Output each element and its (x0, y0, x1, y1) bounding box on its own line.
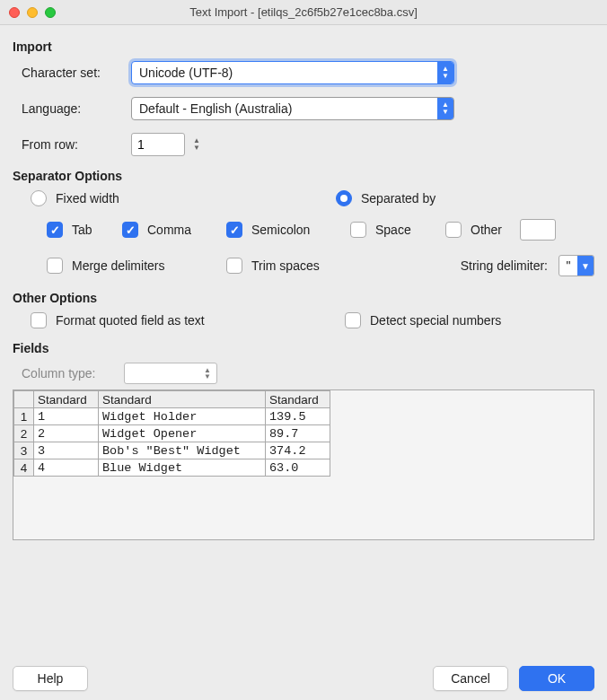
window-titlebar: Text Import - [etilqs_2c6f5b27e1cec8ba.c… (0, 0, 607, 25)
merge-delimiters-checkbox[interactable] (47, 258, 63, 274)
table-row: 4 4 Blue Widget 63.0 (14, 459, 330, 477)
cell: 3 (34, 442, 99, 459)
space-label: Space (375, 223, 411, 237)
corner-cell (14, 391, 34, 408)
column-header[interactable]: Standard (34, 391, 99, 408)
column-header[interactable]: Standard (266, 391, 330, 408)
from-row-stepper[interactable]: ▲▼ (190, 135, 203, 154)
column-header[interactable]: Standard (99, 391, 266, 408)
comma-checkbox[interactable] (122, 222, 138, 238)
other-delimiter-input[interactable] (520, 219, 556, 241)
detect-numbers-checkbox[interactable] (345, 312, 361, 328)
trim-spaces-label: Trim spaces (251, 258, 320, 273)
fields-preview[interactable]: Standard Standard Standard 1 1 Widget Ho… (13, 389, 594, 540)
help-button[interactable]: Help (13, 666, 88, 691)
other-label: Other (471, 223, 502, 237)
charset-label: Character set: (13, 66, 131, 80)
merge-delimiters-label: Merge delimiters (72, 258, 164, 273)
cell: Widget Holder (99, 408, 266, 425)
column-type-label: Column type: (13, 366, 124, 381)
table-row: 2 2 Widget Opener 89.7 (14, 425, 330, 442)
tab-checkbox[interactable] (47, 222, 63, 238)
other-options-heading: Other Options (13, 291, 594, 305)
other-checkbox[interactable] (445, 222, 462, 238)
separated-by-radio[interactable] (336, 190, 352, 206)
combo-arrows-icon: ▲▼ (201, 367, 214, 380)
cell: Bob's "Best" Widget (99, 442, 266, 459)
language-label: Language: (13, 101, 131, 116)
cell: Blue Widget (99, 459, 266, 477)
table-header-row: Standard Standard Standard (14, 391, 330, 408)
row-number: 1 (14, 408, 34, 425)
separator-heading: Separator Options (13, 169, 594, 183)
table-row: 1 1 Widget Holder 139.5 (14, 408, 330, 425)
fixed-width-radio[interactable] (31, 190, 47, 206)
cell: 63.0 (266, 459, 330, 477)
string-delimiter-combo[interactable]: " ▼ (559, 255, 594, 276)
fields-heading: Fields (13, 341, 594, 355)
language-combo[interactable]: Default - English (Australia) ▲▼ (131, 97, 454, 120)
table-row: 3 3 Bob's "Best" Widget 374.2 (14, 442, 330, 459)
cell: 89.7 (266, 425, 330, 442)
quoted-text-checkbox[interactable] (31, 312, 47, 328)
fixed-width-label: Fixed width (56, 191, 119, 206)
trim-spaces-checkbox[interactable] (226, 258, 242, 274)
cell: 1 (34, 408, 99, 425)
row-number: 4 (14, 459, 34, 477)
semicolon-label: Semicolon (251, 223, 310, 237)
comma-label: Comma (147, 223, 191, 237)
charset-value: Unicode (UTF-8) (139, 66, 233, 80)
cell: Widget Opener (99, 425, 266, 442)
detect-numbers-label: Detect special numbers (370, 313, 501, 328)
string-delimiter-label: String delimiter: (461, 258, 548, 273)
from-row-input[interactable] (131, 133, 185, 156)
separated-by-label: Separated by (361, 191, 435, 206)
cell: 2 (34, 425, 99, 442)
cell: 374.2 (266, 442, 330, 459)
column-type-combo[interactable]: ▲▼ (124, 363, 217, 384)
space-checkbox[interactable] (350, 222, 366, 238)
combo-arrows-icon: ▲▼ (437, 98, 453, 119)
combo-arrows-icon: ▲▼ (437, 62, 453, 83)
from-row-label: From row: (13, 137, 131, 152)
semicolon-checkbox[interactable] (226, 222, 242, 238)
cell: 4 (34, 459, 99, 477)
preview-table: Standard Standard Standard 1 1 Widget Ho… (13, 390, 330, 477)
cancel-button[interactable]: Cancel (433, 666, 508, 691)
ok-button[interactable]: OK (519, 666, 594, 691)
row-number: 3 (14, 442, 34, 459)
chevron-down-icon: ▼ (577, 255, 594, 276)
row-number: 2 (14, 425, 34, 442)
import-heading: Import (13, 39, 594, 54)
cell: 139.5 (266, 408, 330, 425)
language-value: Default - English (Australia) (139, 101, 292, 116)
tab-label: Tab (72, 223, 92, 237)
charset-combo[interactable]: Unicode (UTF-8) ▲▼ (131, 61, 454, 84)
string-delimiter-value: " (559, 258, 577, 273)
window-title: Text Import - [etilqs_2c6f5b27e1cec8ba.c… (0, 5, 607, 19)
quoted-text-label: Format quoted field as text (56, 313, 205, 328)
